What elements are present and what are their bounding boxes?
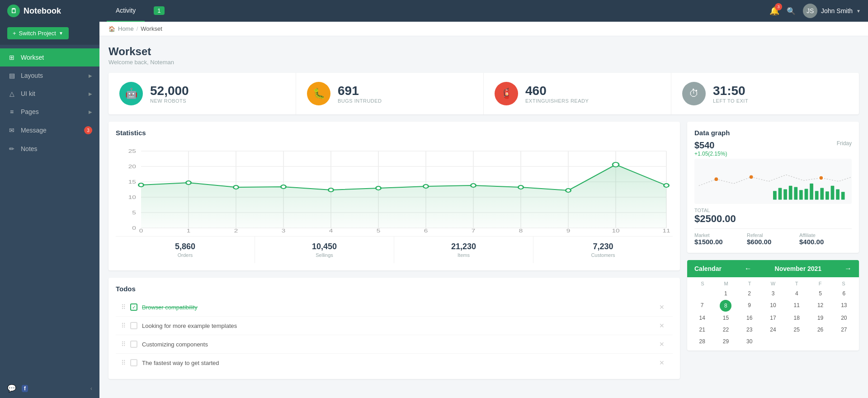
svg-rect-64 (841, 192, 845, 199)
sidebar-collapse-button[interactable]: ‹ (90, 385, 92, 392)
cal-day[interactable]: 19 (809, 313, 831, 323)
calendar-prev-button[interactable]: ← (745, 265, 752, 273)
todo-checkbox[interactable] (130, 359, 137, 366)
statistics-chart-card: Statistics (108, 122, 680, 270)
sidebar-item-label: Notes (21, 145, 92, 152)
todo-checkbox[interactable] (130, 341, 137, 348)
calendar-next-button[interactable]: → (844, 265, 852, 273)
cal-day[interactable]: 16 (738, 313, 761, 323)
cal-day[interactable]: 5 (809, 288, 831, 299)
cal-day[interactable]: 29 (714, 336, 737, 347)
cal-day[interactable]: 23 (738, 324, 761, 335)
switch-project-button[interactable]: + Switch Project ▼ (7, 27, 69, 39)
sidebar-item-pages[interactable]: ≡ Pages ▶ (0, 103, 99, 121)
dg-total-label: Total (694, 208, 852, 213)
metric-customers: 7,230 Customers (533, 237, 673, 263)
sidebar: + Switch Project ▼ ⊞ Workset ▤ Layouts ▶… (0, 22, 99, 398)
sidebar-item-notes[interactable]: ✏ Notes (0, 140, 99, 158)
cal-day[interactable]: 30 (738, 336, 761, 347)
drag-handle[interactable]: ⠿ (121, 341, 126, 348)
items-value: 21,230 (398, 242, 529, 251)
svg-rect-63 (836, 189, 840, 199)
avatar: JS (803, 4, 817, 18)
todo-text: Looking for more example templates (142, 322, 652, 329)
extinguishers-label: EXTINGUISHERS READY (525, 98, 589, 104)
notification-bell[interactable]: 🔔 3 (769, 6, 779, 16)
sidebar-item-message[interactable]: ✉ Message 3 (0, 121, 99, 140)
svg-text:10: 10 (612, 228, 619, 232)
dg-breakdown: Market $1500.00 Referal $600.00 Affiliat… (694, 228, 852, 246)
bugs-value: 691 (338, 84, 382, 98)
workset-icon: ⊞ (7, 54, 16, 61)
nav-link-icon[interactable]: 1 (145, 0, 173, 22)
cal-day[interactable]: 18 (785, 313, 808, 323)
cal-day[interactable]: 22 (714, 324, 737, 335)
robots-label: NEW ROBOTS (150, 98, 189, 104)
svg-point-50 (819, 175, 824, 180)
timer-icon: ⏱ (682, 82, 706, 105)
cal-day[interactable]: 1 (714, 288, 737, 299)
cal-day[interactable]: 21 (691, 324, 713, 335)
cal-day[interactable]: 20 (833, 313, 855, 323)
extinguishers-value: 460 (525, 84, 589, 98)
chat-icon[interactable]: 💬 (7, 384, 16, 393)
sellings-label: Sellings (259, 252, 390, 258)
facebook-icon[interactable]: f (22, 385, 28, 392)
breadcrumb-current: Workset (141, 25, 162, 32)
todos-title: Todos (116, 285, 673, 293)
svg-point-40 (328, 188, 333, 192)
cal-day[interactable]: 15 (714, 313, 737, 323)
cal-day[interactable]: 24 (762, 324, 784, 335)
cal-day[interactable]: 27 (833, 324, 855, 335)
sellings-value: 10,450 (259, 242, 390, 251)
cal-day[interactable]: 17 (762, 313, 784, 323)
drag-handle[interactable]: ⠿ (121, 322, 126, 329)
cal-day[interactable]: 26 (809, 324, 831, 335)
drag-handle[interactable]: ⠿ (121, 303, 126, 311)
notes-icon: ✏ (7, 145, 16, 152)
cal-day[interactable]: 12 (809, 300, 831, 312)
todo-checkbox[interactable] (130, 322, 137, 329)
todo-text: Customizing components (142, 341, 652, 348)
sidebar-item-layouts[interactable]: ▤ Layouts ▶ (0, 66, 99, 85)
cal-day[interactable]: 3 (762, 288, 784, 299)
user-area[interactable]: JS John Smith ▼ (803, 4, 861, 18)
search-icon[interactable]: 🔍 (787, 7, 796, 15)
svg-rect-53 (783, 189, 787, 199)
bugs-label: BUGS INTRUDED (338, 98, 382, 104)
sidebar-item-workset[interactable]: ⊞ Workset (0, 48, 99, 66)
cal-day-today[interactable]: 8 (720, 300, 731, 312)
cal-day[interactable]: 13 (833, 300, 855, 312)
todo-delete-button[interactable]: ✕ (656, 303, 667, 312)
todo-checkbox[interactable] (130, 303, 137, 311)
svg-rect-59 (815, 191, 819, 199)
svg-point-39 (281, 185, 286, 189)
sidebar-item-ui-kit[interactable]: △ UI kit ▶ (0, 85, 99, 103)
cal-day[interactable]: 9 (738, 300, 761, 312)
cal-day[interactable]: 7 (691, 300, 713, 312)
nav-link-activity[interactable]: Activity (107, 0, 145, 22)
cal-day[interactable]: 6 (833, 288, 855, 299)
cal-day[interactable]: 4 (785, 288, 808, 299)
cal-day[interactable]: 11 (785, 300, 808, 312)
cal-day[interactable]: 28 (691, 336, 713, 347)
chevron-icon: ▶ (89, 109, 92, 114)
cal-day[interactable]: 10 (762, 300, 784, 312)
orders-value: 5,860 (119, 242, 251, 251)
switch-project-area: + Switch Project ▼ (0, 22, 99, 45)
todo-delete-button[interactable]: ✕ (656, 358, 667, 367)
robots-value: 52,000 (150, 84, 189, 98)
todo-item: ⠿ Looking for more example templates ✕ (116, 317, 673, 335)
two-col-section: Statistics (108, 122, 859, 379)
cal-day[interactable]: 14 (691, 313, 713, 323)
todo-delete-button[interactable]: ✕ (656, 321, 667, 330)
page-title: Workset (108, 45, 859, 58)
calendar-card: Calendar ← November 2021 → S M T W T (687, 260, 859, 351)
drag-handle[interactable]: ⠿ (121, 359, 126, 366)
todo-delete-button[interactable]: ✕ (656, 340, 667, 349)
svg-text:9: 9 (566, 228, 571, 232)
breadcrumb-home[interactable]: Home (118, 25, 134, 32)
cal-day[interactable]: 2 (738, 288, 761, 299)
cal-day[interactable]: 25 (785, 324, 808, 335)
svg-point-45 (566, 189, 571, 192)
